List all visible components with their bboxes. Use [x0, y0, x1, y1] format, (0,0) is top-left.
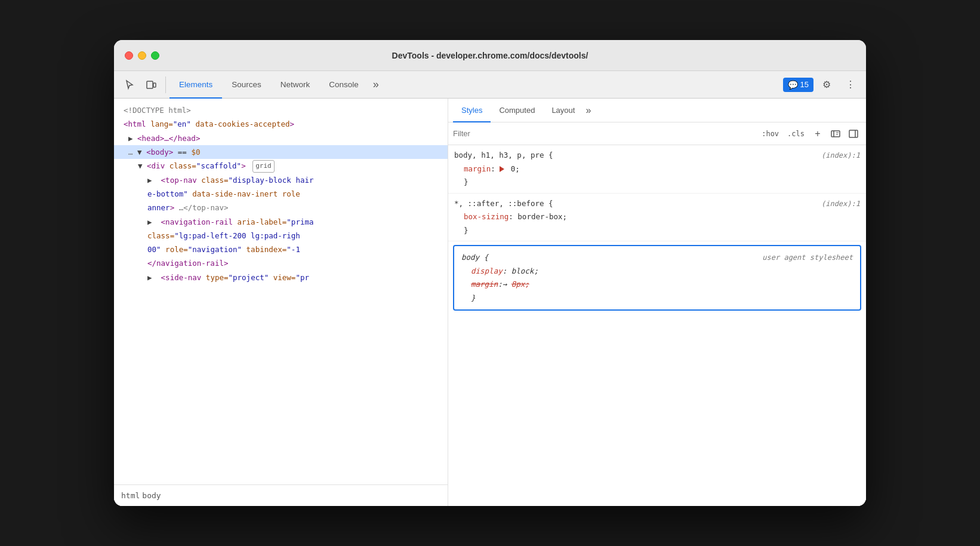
dom-line-navrail-2: class="lg:pad-left-200 lg:pad-righ: [114, 229, 448, 243]
dom-line-topnav-2: e-bottom" data-side-nav-inert role: [114, 187, 448, 201]
css-selector-line-2: *, ::after, ::before { (index):1: [454, 197, 860, 211]
css-prop-margin-body[interactable]: margin:→ 8px;: [461, 278, 853, 292]
devtools-window: DevTools - developer.chrome.com/docs/dev…: [114, 40, 866, 506]
dom-line-navrail-1[interactable]: ▶ <navigation-rail aria-label="prima: [114, 215, 448, 229]
css-rule-body-highlighted: body { user agent stylesheet display: bl…: [453, 245, 861, 311]
styles-panel: Styles Computed Layout » :hov .cls: [448, 99, 866, 506]
devtools-tab-bar: Elements Sources Network Console » 💬 15 …: [114, 71, 866, 99]
dom-line-head[interactable]: ▶ <head>…</head>: [114, 131, 448, 145]
add-style-button[interactable]: +: [810, 126, 825, 142]
css-rules[interactable]: body, h1, h3, p, pre { (index):1 margin:…: [448, 145, 866, 506]
css-selector[interactable]: body, h1, h3, p, pre {: [454, 149, 553, 162]
dom-tree[interactable]: <!DOCTYPE html> <html lang="en" data-coo…: [114, 99, 448, 484]
dom-line-topnav-3: anner> …</top-nav>: [114, 201, 448, 214]
devtools-container: Elements Sources Network Console » 💬 15 …: [114, 71, 866, 506]
dom-line-sidenav[interactable]: ▶ <side-nav type="project" view="pr: [114, 271, 448, 284]
issues-count: 15: [800, 80, 809, 89]
svg-rect-6: [849, 130, 858, 137]
device-toggle-icon[interactable]: [141, 75, 161, 94]
hov-filter-button[interactable]: :hov: [759, 128, 782, 139]
dom-line-body[interactable]: … ▼ <body> == $0: [114, 145, 448, 159]
grid-badge[interactable]: grid: [252, 160, 275, 173]
dom-panel: <!DOCTYPE html> <html lang="en" data-coo…: [114, 99, 448, 506]
css-origin-3: user agent stylesheet: [762, 251, 853, 265]
tab-network[interactable]: Network: [271, 71, 320, 99]
tab-console[interactable]: Console: [319, 71, 368, 99]
svg-rect-0: [147, 81, 153, 88]
css-rule-close-1: }: [454, 176, 860, 189]
toggle-sidebar-button[interactable]: [846, 126, 861, 142]
filter-input[interactable]: [453, 129, 755, 138]
css-selector-line-3: body { user agent stylesheet: [461, 251, 853, 265]
css-prop-box-sizing[interactable]: box-sizing: border-box;: [454, 210, 860, 224]
maximize-button[interactable]: [151, 51, 159, 60]
more-vertical-icon: ⋮: [846, 79, 855, 90]
dom-line-doctype[interactable]: <!DOCTYPE html>: [114, 103, 448, 117]
css-rule-close-3: }: [461, 292, 853, 305]
css-rule-star: *, ::after, ::before { (index):1 box-siz…: [448, 194, 866, 242]
styles-more-button[interactable]: »: [585, 105, 591, 116]
css-selector-line: body, h1, h3, p, pre { (index):1: [454, 149, 860, 162]
css-origin-2: (index):1: [821, 198, 860, 211]
titlebar: DevTools - developer.chrome.com/docs/dev…: [114, 40, 866, 71]
tabs-more-button[interactable]: »: [368, 78, 384, 91]
cursor-icon[interactable]: [120, 75, 139, 94]
breadcrumb-html[interactable]: html: [121, 491, 140, 500]
tab-sources[interactable]: Sources: [222, 71, 271, 99]
svg-rect-1: [153, 83, 156, 87]
cls-filter-button[interactable]: .cls: [784, 128, 808, 139]
dom-line-navrail-3: 00" role="navigation" tabindex="-1: [114, 243, 448, 256]
css-prop-display[interactable]: display: block;: [461, 265, 853, 278]
issues-badge-button[interactable]: 💬 15: [783, 78, 813, 92]
svg-rect-2: [831, 131, 840, 137]
close-button[interactable]: [125, 51, 133, 60]
devtools-right-icons: 💬 15 ⚙ ⋮: [783, 75, 861, 94]
css-selector-3[interactable]: body {: [461, 251, 488, 265]
dom-line-div-scaffold[interactable]: ▼ <div class="scaffold"> grid: [114, 159, 448, 173]
breadcrumb: html body: [114, 484, 448, 506]
css-rule-body-h1: body, h1, h3, p, pre { (index):1 margin:…: [448, 145, 866, 194]
tab-elements[interactable]: Elements: [170, 71, 222, 99]
issues-icon: 💬: [788, 80, 798, 90]
tab-styles[interactable]: Styles: [453, 99, 491, 122]
new-rule-button[interactable]: [828, 126, 843, 142]
filter-bar: :hov .cls +: [448, 122, 866, 145]
gear-icon: ⚙: [822, 79, 831, 90]
css-prop-margin[interactable]: margin: 0;: [454, 162, 860, 176]
filter-buttons: :hov .cls +: [759, 126, 861, 142]
settings-button[interactable]: ⚙: [817, 75, 836, 94]
dom-line-topnav-1[interactable]: ▶ <top-nav class="display-block hair: [114, 173, 448, 187]
breadcrumb-body[interactable]: body: [142, 491, 161, 500]
window-title: DevTools - developer.chrome.com/docs/dev…: [392, 51, 588, 60]
tab-computed[interactable]: Computed: [491, 99, 543, 122]
traffic-lights: [125, 51, 159, 60]
css-selector-2[interactable]: *, ::after, ::before {: [454, 197, 553, 211]
css-origin: (index):1: [821, 149, 860, 162]
tab-layout[interactable]: Layout: [543, 99, 583, 122]
dom-line-navrail-4: </navigation-rail>: [114, 256, 448, 270]
more-menu-button[interactable]: ⋮: [841, 75, 860, 94]
tab-divider: [165, 76, 166, 93]
css-rule-close-2: }: [454, 224, 860, 238]
styles-tab-bar: Styles Computed Layout »: [448, 99, 866, 122]
dom-line-html[interactable]: <html lang="en" data-cookies-accepted>: [114, 117, 448, 131]
triangle-expand-icon: [500, 166, 504, 172]
minimize-button[interactable]: [138, 51, 146, 60]
devtools-main: <!DOCTYPE html> <html lang="en" data-coo…: [114, 99, 866, 506]
